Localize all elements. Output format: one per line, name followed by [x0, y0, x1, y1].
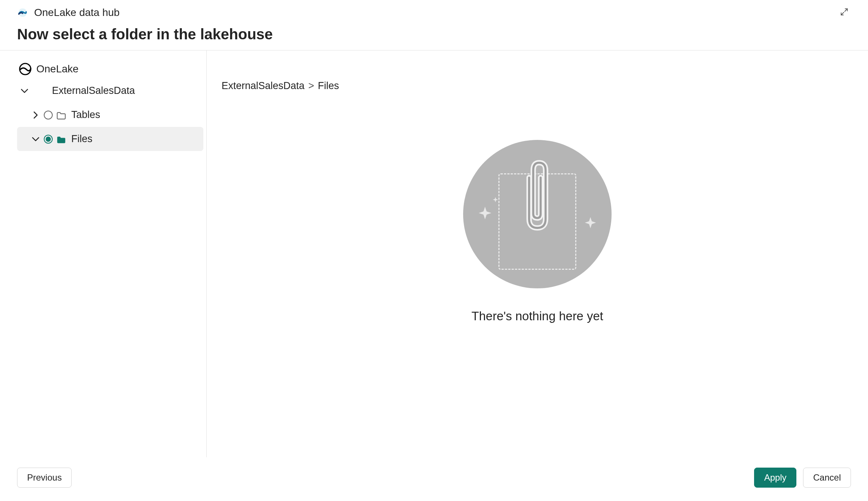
tree-label-lakehouse: ExternalSalesData — [52, 85, 135, 96]
breadcrumb-seg-0[interactable]: ExternalSalesData — [222, 80, 305, 92]
header-bar: OneLake data hub — [0, 0, 868, 24]
page-title-row: Now select a folder in the lakehouse — [0, 24, 868, 50]
previous-button[interactable]: Previous — [17, 468, 72, 488]
radio-tables[interactable] — [44, 111, 53, 119]
tree-node-tables[interactable]: Tables — [0, 103, 206, 127]
onelake-logo-icon — [17, 7, 28, 18]
main-area: OneLake ExternalSalesData Tables — [0, 50, 868, 457]
folder-icon — [56, 111, 66, 119]
tree-node-files[interactable]: Files — [17, 127, 203, 151]
footer-bar: Previous Apply Cancel — [0, 457, 868, 501]
tree-node-lakehouse[interactable]: ExternalSalesData — [0, 79, 206, 103]
tree-root-onelake[interactable]: OneLake — [0, 59, 206, 79]
breadcrumb-seg-1[interactable]: Files — [318, 80, 339, 92]
tree-root-label: OneLake — [36, 63, 79, 75]
page-title: Now select a folder in the lakehouse — [17, 26, 851, 43]
sidebar-tree: OneLake ExternalSalesData Tables — [0, 50, 207, 457]
empty-state: There's nothing here yet — [222, 92, 853, 457]
hub-title: OneLake data hub — [34, 7, 119, 19]
cancel-button[interactable]: Cancel — [803, 468, 851, 488]
empty-illustration — [463, 140, 612, 288]
empty-state-message: There's nothing here yet — [472, 309, 603, 323]
tree-label-files: Files — [71, 133, 92, 145]
breadcrumb-separator: > — [308, 80, 314, 92]
tree-label-tables: Tables — [71, 109, 100, 121]
chevron-down-icon[interactable] — [30, 135, 42, 143]
content-pane: ExternalSalesData > Files There's nothin… — [207, 50, 868, 457]
chevron-right-icon[interactable] — [30, 111, 42, 119]
breadcrumb: ExternalSalesData > Files — [222, 80, 853, 92]
onelake-globe-icon — [19, 62, 32, 76]
expand-icon[interactable] — [838, 5, 851, 20]
folder-filled-icon — [56, 135, 66, 143]
paperclip-icon — [521, 157, 554, 233]
chevron-down-icon[interactable] — [19, 87, 30, 95]
apply-button[interactable]: Apply — [754, 468, 796, 488]
radio-files[interactable] — [44, 135, 53, 144]
